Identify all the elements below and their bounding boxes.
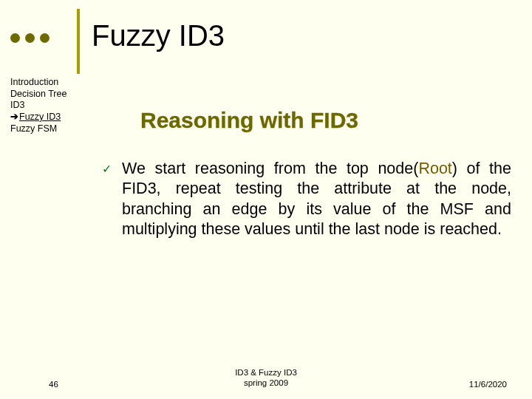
- nav-item-introduction: Introduction: [10, 77, 66, 89]
- check-icon: ✓: [102, 162, 112, 177]
- footer-date: 11/6/2020: [469, 380, 507, 389]
- outline-nav: Introduction Decision Tree ID3 ➔Fuzzy ID…: [10, 77, 66, 134]
- bullet-row: ✓ We start reasoning from the top node(R…: [102, 159, 511, 239]
- decorative-dots: [10, 33, 50, 43]
- slide-title: Fuzzy ID3: [92, 19, 225, 52]
- section-heading: Reasoning with FID3: [140, 108, 358, 133]
- nav-item-id3: ID3: [10, 100, 66, 112]
- dot-icon: [25, 33, 35, 43]
- nav-item-fuzzy-fsm: Fuzzy FSM: [10, 123, 66, 135]
- arrow-right-icon: ➔: [10, 112, 18, 122]
- footer-center-text: ID3 & Fuzzy ID3 spring 2009: [235, 368, 297, 389]
- decorative-vertical-line: [77, 9, 80, 74]
- nav-item-decision-tree: Decision Tree: [10, 89, 66, 100]
- nav-item-fuzzy-id3: ➔Fuzzy ID3: [10, 112, 66, 123]
- page-number: 46: [49, 380, 58, 389]
- dot-icon: [40, 33, 50, 43]
- bullet-text: We start reasoning from the top node(Roo…: [122, 159, 511, 239]
- dot-icon: [10, 33, 20, 43]
- root-keyword: Root: [418, 160, 451, 177]
